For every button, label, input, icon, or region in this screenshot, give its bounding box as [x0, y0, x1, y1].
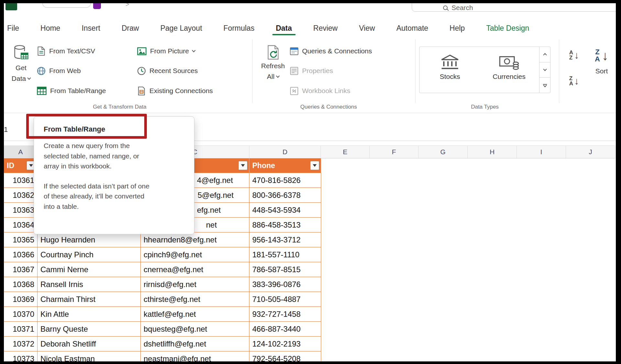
sort-ascending-button[interactable]: AZ ↓ — [565, 47, 583, 63]
cell-name[interactable]: Kin Attle — [38, 307, 141, 321]
properties-button[interactable]: Properties — [290, 64, 333, 78]
cell-name[interactable]: Cammi Nerne — [38, 262, 141, 277]
cell-name[interactable]: Courtnay Pinch — [38, 247, 141, 262]
cell-email[interactable]: hhearnden8@efg.net — [141, 232, 249, 247]
cell-email[interactable]: rirnisd@efg.net — [141, 277, 249, 292]
from-text-csv-button[interactable]: From Text/CSV — [37, 44, 95, 58]
cell-phone[interactable]: 956-143-3712 — [249, 232, 321, 247]
cell-phone[interactable]: 886-458-3513 — [249, 218, 321, 232]
existing-connections-button[interactable]: Existing Connections — [137, 84, 213, 98]
cell-name[interactable]: Hugo Hearnden — [38, 232, 141, 247]
cell-email[interactable]: cnernea@efg.net — [141, 262, 249, 277]
column-header-d[interactable]: D — [249, 146, 321, 158]
excel-logo-icon — [5, 3, 17, 10]
tab-table-design[interactable]: Table Design — [475, 20, 540, 36]
column-header-g[interactable]: G — [419, 146, 468, 158]
table-range-icon — [37, 87, 47, 95]
cell-id[interactable]: 10370 — [4, 307, 38, 321]
cell-name[interactable]: Deborah Shetliff — [38, 337, 141, 351]
cell-id[interactable]: 10367 — [4, 262, 38, 277]
cell-id[interactable]: 10365 — [4, 232, 38, 247]
cell-id[interactable]: 10371 — [4, 322, 38, 336]
filter-button-phone[interactable] — [310, 161, 319, 170]
column-header-j[interactable]: J — [566, 146, 615, 158]
table-row: 10369 Charmain Thirst cthirste@efg.net 7… — [4, 292, 321, 307]
sort-button[interactable]: ZA ↓ Sort — [587, 45, 616, 77]
tab-data[interactable]: Data — [265, 20, 303, 36]
currencies-label: Currencies — [493, 73, 526, 80]
cell-phone[interactable]: 800-366-6378 — [249, 188, 321, 202]
cell-id[interactable]: 10361 — [4, 173, 38, 187]
cell-phone[interactable]: 932-727-1458 — [249, 307, 321, 321]
table-header-id[interactable]: ID — [4, 158, 38, 173]
queries-connections-button[interactable]: Queries & Connections — [290, 44, 372, 58]
cell-phone[interactable]: 181-557-1110 — [249, 247, 321, 262]
tab-draw[interactable]: Draw — [111, 20, 150, 36]
autosave-toggle[interactable] — [42, 3, 91, 8]
gallery-scroll-up-button[interactable] — [539, 47, 550, 62]
tab-view[interactable]: View — [348, 20, 386, 36]
cell-phone[interactable]: 448-543-5934 — [249, 203, 321, 217]
from-text-csv-label: From Text/CSV — [49, 47, 95, 55]
cell-phone[interactable]: 710-505-4887 — [249, 292, 321, 306]
cell-id[interactable]: 10373 — [4, 351, 38, 361]
tab-home[interactable]: Home — [30, 20, 71, 36]
cell-phone[interactable]: 470-816-5826 — [249, 173, 321, 187]
recent-sources-button[interactable]: Recent Sources — [137, 64, 198, 78]
cell-email[interactable]: neastmani@efg.net — [141, 351, 249, 361]
cell-id[interactable]: 10366 — [4, 247, 38, 262]
table-row: 10372 Deborah Shetliff dshetliffh@efg.ne… — [4, 337, 321, 351]
cell-name[interactable]: Ransell Irnis — [38, 277, 141, 292]
search-input[interactable]: Search — [412, 3, 616, 12]
chevron-up-icon — [543, 53, 547, 57]
cell-name[interactable]: Barny Queste — [38, 322, 141, 336]
cell-phone[interactable]: 466-887-3440 — [249, 322, 321, 336]
cell-id[interactable]: 10363 — [4, 203, 38, 217]
column-header-i[interactable]: I — [517, 146, 566, 158]
ribbon-tab-bar: File Home Insert Draw Page Layout Formul… — [4, 20, 616, 36]
from-web-button[interactable]: From Web — [37, 64, 81, 78]
gallery-scroll-down-button[interactable] — [539, 62, 550, 78]
workbook-links-button[interactable]: Workbook Links — [290, 84, 350, 98]
table-header-phone[interactable]: Phone — [249, 158, 321, 173]
cell-id[interactable]: 10369 — [4, 292, 38, 306]
cell-id[interactable]: 10368 — [4, 277, 38, 292]
gallery-more-button[interactable] — [539, 78, 550, 93]
cell-phone[interactable]: 124-102-2193 — [249, 337, 321, 351]
sort-descending-button[interactable]: ZA ↓ — [565, 73, 583, 89]
cell-name[interactable]: Nicola Eastman — [38, 351, 141, 361]
cell-id[interactable]: 10364 — [4, 218, 38, 232]
column-header-a[interactable]: A — [4, 146, 38, 158]
table-row: 10371 Barny Queste bquesteg@efg.net 466-… — [4, 322, 321, 337]
cell-name[interactable]: Charmain Thirst — [38, 292, 141, 306]
cell-email[interactable]: kattlef@efg.net — [141, 307, 249, 321]
cell-phone[interactable]: 786-587-8515 — [249, 262, 321, 277]
chevron-down-icon — [27, 76, 31, 80]
tab-help[interactable]: Help — [439, 20, 475, 36]
from-table-range-button[interactable]: From Table/Range — [37, 84, 106, 98]
tab-review[interactable]: Review — [303, 20, 348, 36]
tab-automate[interactable]: Automate — [386, 20, 439, 36]
cell-email[interactable]: bquesteg@efg.net — [141, 322, 249, 336]
cell-id[interactable]: 10372 — [4, 337, 38, 351]
from-picture-button[interactable]: From Picture — [137, 44, 195, 58]
cell-phone[interactable]: 383-396-0876 — [249, 277, 321, 292]
filter-button-email[interactable] — [238, 161, 247, 170]
column-header-f[interactable]: F — [370, 146, 419, 158]
tab-formulas[interactable]: Formulas — [213, 20, 265, 36]
cell-email[interactable]: dshetliffh@efg.net — [141, 337, 249, 351]
column-header-h[interactable]: H — [468, 146, 517, 158]
get-data-button[interactable]: Get Data — [6, 45, 36, 84]
column-header-e[interactable]: E — [321, 146, 370, 158]
tab-page-layout[interactable]: Page Layout — [150, 20, 213, 36]
data-type-stocks[interactable]: Stocks — [424, 47, 476, 93]
name-box[interactable]: 1 — [4, 125, 8, 134]
cell-id[interactable]: 10362 — [4, 188, 38, 202]
data-type-currencies[interactable]: Currencies — [483, 47, 535, 93]
cell-phone[interactable]: 792-564-5208 — [249, 351, 321, 361]
tab-insert[interactable]: Insert — [71, 20, 111, 36]
cell-email[interactable]: cpinch9@efg.net — [141, 247, 249, 262]
tab-file[interactable]: File — [4, 20, 30, 36]
cell-email[interactable]: cthirste@efg.net — [141, 292, 249, 306]
refresh-all-button[interactable]: Refresh All — [259, 44, 287, 82]
